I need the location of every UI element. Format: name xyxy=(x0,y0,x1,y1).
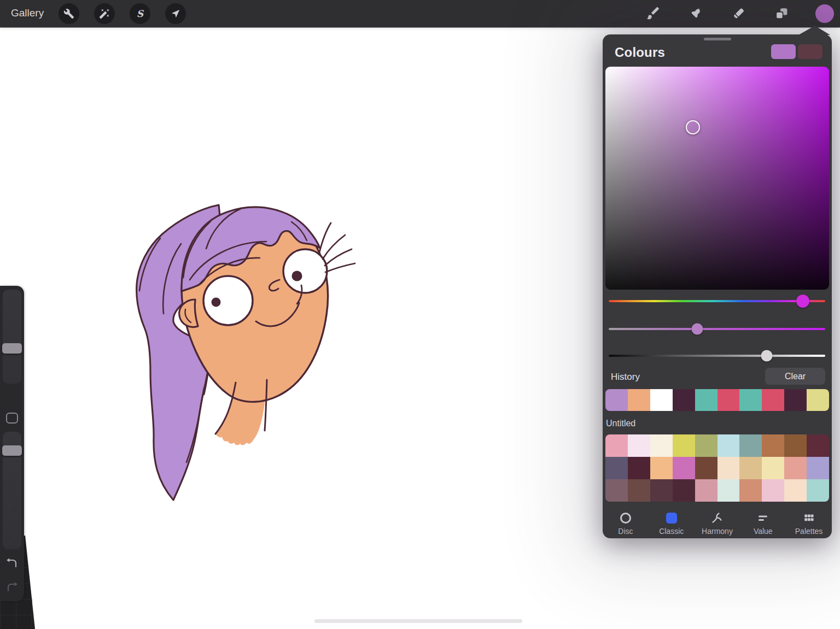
gallery-button[interactable]: Gallery xyxy=(11,7,44,19)
tab-value[interactable]: Value xyxy=(740,508,786,538)
palette-swatch[interactable] xyxy=(695,434,718,457)
palette-swatch[interactable] xyxy=(650,434,673,457)
smudge-icon xyxy=(689,7,703,21)
history-swatch[interactable] xyxy=(628,389,650,411)
selection-s-icon: S xyxy=(135,8,145,19)
saturation-brightness-picker[interactable] xyxy=(605,67,829,290)
layers-icon xyxy=(774,7,789,21)
palette-swatch[interactable] xyxy=(739,434,762,457)
palette-swatch[interactable] xyxy=(807,479,829,502)
picker-selection-circle[interactable] xyxy=(686,120,700,134)
selection-button[interactable]: S xyxy=(130,3,150,24)
palette-swatch[interactable] xyxy=(807,434,829,457)
palette-swatch[interactable] xyxy=(628,479,650,502)
tab-palettes[interactable]: Palettes xyxy=(786,508,832,538)
palette-swatch[interactable] xyxy=(784,434,807,457)
eraser-icon xyxy=(732,7,746,21)
history-swatches xyxy=(605,389,829,411)
brush-opacity-handle[interactable] xyxy=(2,445,22,456)
brush-opacity-slider[interactable] xyxy=(3,432,21,549)
adjustments-button[interactable] xyxy=(94,3,115,24)
clear-history-button[interactable]: Clear xyxy=(765,368,825,385)
palette-swatch[interactable] xyxy=(784,457,807,479)
procreate-screen: Gallery S xyxy=(0,0,840,629)
palette-swatch[interactable] xyxy=(695,479,718,502)
history-label: History xyxy=(611,372,640,383)
history-swatch[interactable] xyxy=(650,389,673,411)
actions-button[interactable] xyxy=(59,3,79,24)
value-icon xyxy=(757,512,769,524)
history-swatch[interactable] xyxy=(605,389,628,411)
palette-swatch[interactable] xyxy=(784,479,807,502)
palette-swatch[interactable] xyxy=(695,457,718,479)
history-swatch[interactable] xyxy=(718,389,740,411)
harmony-icon xyxy=(711,512,723,524)
palette-swatch[interactable] xyxy=(673,479,695,502)
palette-swatch[interactable] xyxy=(650,457,673,479)
history-swatch[interactable] xyxy=(673,389,695,411)
right-eye xyxy=(283,249,327,293)
palette-swatch[interactable] xyxy=(762,457,784,479)
colours-panel: Colours History Clear Untitled Disc xyxy=(603,34,832,538)
left-eye xyxy=(203,276,253,325)
brush-size-slider[interactable] xyxy=(3,290,21,384)
active-color-button[interactable] xyxy=(815,4,834,23)
current-color-swatch[interactable] xyxy=(771,44,796,59)
brightness-slider-thumb[interactable] xyxy=(761,350,773,362)
eraser-tool-button[interactable] xyxy=(731,6,746,21)
palette-swatch[interactable] xyxy=(762,479,784,502)
saturation-slider[interactable] xyxy=(609,328,825,330)
palette-name: Untitled xyxy=(606,419,635,428)
tab-harmony[interactable]: Harmony xyxy=(695,508,740,538)
history-swatch[interactable] xyxy=(807,389,829,411)
palette-swatch[interactable] xyxy=(673,457,695,479)
palette-swatch[interactable] xyxy=(718,434,740,457)
hue-slider[interactable] xyxy=(609,300,825,302)
hue-slider-thumb[interactable] xyxy=(796,295,809,308)
top-toolbar: Gallery S xyxy=(0,0,840,27)
saturation-slider-thumb[interactable] xyxy=(691,324,703,335)
magic-wand-icon xyxy=(99,8,110,19)
panel-tab-bar: Disc Classic Harmony xyxy=(603,508,832,538)
palette-swatch[interactable] xyxy=(739,479,762,502)
panel-title: Colours xyxy=(615,45,665,60)
modify-button[interactable] xyxy=(6,413,18,424)
palette-swatch[interactable] xyxy=(628,457,650,479)
history-swatch[interactable] xyxy=(739,389,762,411)
palette-grid xyxy=(605,434,829,502)
brush-size-handle[interactable] xyxy=(2,343,22,354)
palette-swatch[interactable] xyxy=(605,479,628,502)
history-swatch[interactable] xyxy=(762,389,784,411)
character-artwork xyxy=(129,191,358,503)
disc-icon xyxy=(620,513,631,524)
palette-swatch[interactable] xyxy=(650,479,673,502)
history-swatch[interactable] xyxy=(695,389,718,411)
palette-swatch[interactable] xyxy=(807,457,829,479)
palette-swatch[interactable] xyxy=(718,457,740,479)
brush-tool-button[interactable] xyxy=(646,6,661,21)
history-swatch[interactable] xyxy=(784,389,807,411)
panel-drag-handle[interactable] xyxy=(704,38,731,40)
secondary-color-swatch[interactable] xyxy=(798,44,822,59)
palette-swatch[interactable] xyxy=(718,479,740,502)
palette-swatch[interactable] xyxy=(605,457,628,479)
tab-classic[interactable]: Classic xyxy=(649,508,695,538)
palettes-icon xyxy=(803,512,815,524)
undo-icon[interactable] xyxy=(5,556,19,569)
palette-swatch[interactable] xyxy=(739,457,762,479)
palette-swatch[interactable] xyxy=(628,434,650,457)
brightness-slider[interactable] xyxy=(609,355,825,357)
svg-text:S: S xyxy=(137,8,144,19)
layers-button[interactable] xyxy=(774,6,789,21)
tab-disc[interactable]: Disc xyxy=(603,508,649,538)
palette-swatch[interactable] xyxy=(605,434,628,457)
left-pupil xyxy=(212,298,221,307)
classic-icon xyxy=(666,513,677,524)
transform-button[interactable] xyxy=(165,3,186,24)
palette-swatch[interactable] xyxy=(673,434,695,457)
brush-icon xyxy=(646,7,661,21)
redo-icon[interactable] xyxy=(5,580,19,593)
palette-swatch[interactable] xyxy=(762,434,784,457)
home-indicator[interactable] xyxy=(314,619,522,623)
smudge-tool-button[interactable] xyxy=(689,6,704,21)
